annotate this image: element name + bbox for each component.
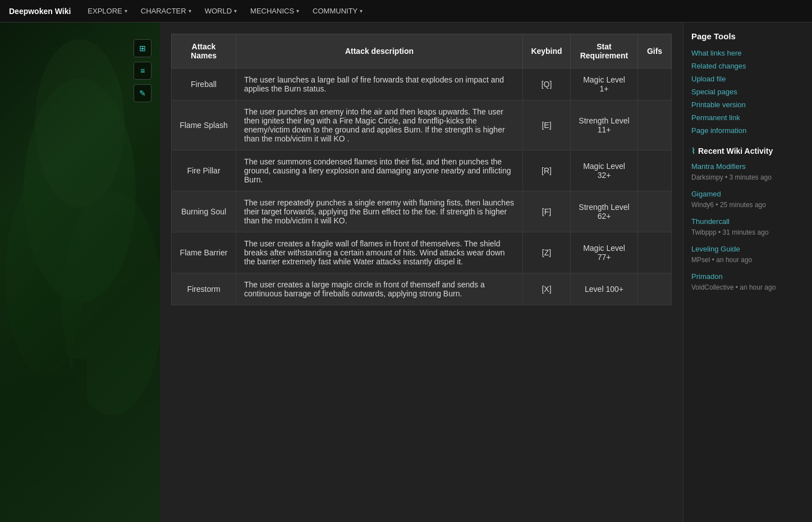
activity-meta: Windy6 • 25 minutes ago [691,201,766,209]
activity-link[interactable]: Thundercall [691,217,804,226]
nav-item-community[interactable]: COMMUNITY ▾ [307,4,368,17]
recent-activity-title: ⌇ Recent Wiki Activity [691,146,804,155]
activity-item: Primadon VoidCollective • an hour ago [691,272,804,292]
page-tools-title: Page Tools [691,31,804,41]
activity-meta: Darksimpy • 3 minutes ago [691,173,772,181]
activity-icon: ⌇ [691,146,695,155]
cell-attack-name: Firestorm [172,273,236,305]
cell-attack-name: Flame Barrier [172,232,236,273]
page-tools-link-item: Related changes [691,61,804,71]
menu-button[interactable]: ≡ [134,62,152,80]
cell-stat-req: Magic Level 77+ [571,232,638,273]
page-tools-link[interactable]: Upload file [691,75,726,83]
th-keybind: Keybind [523,34,571,68]
page-tools-link[interactable]: Page information [691,126,746,135]
activity-link[interactable]: Gigamed [691,190,804,198]
cell-gifs [638,232,672,273]
activity-link[interactable]: Primadon [691,272,804,281]
table-row: Burning Soul The user repeatedly punches… [172,191,672,232]
top-navigation: Deepwoken Wiki EXPLORE ▾CHARACTER ▾WORLD… [0,0,812,22]
activity-link[interactable]: Mantra Modifiers [691,162,804,171]
cell-gifs [638,100,672,150]
cell-attack-desc: The user creates a fragile wall of flame… [236,232,523,273]
activity-list: Mantra Modifiers Darksimpy • 3 minutes a… [691,162,804,292]
cell-keybind: [E] [523,100,571,150]
cell-attack-desc: The user launches a large ball of fire f… [236,68,523,100]
nav-item-explore[interactable]: EXPLORE ▾ [82,4,132,17]
page-tools-link[interactable]: Printable version [691,100,746,109]
table-row: Firestorm The user creates a large magic… [172,273,672,305]
cell-keybind: [Q] [523,68,571,100]
activity-item: Leveling Guide MPsel • an hour ago [691,245,804,264]
table-body: Fireball The user launches a large ball … [172,68,672,305]
cell-gifs [638,273,672,305]
cell-attack-name: Fire Pillar [172,150,236,191]
chevron-down-icon: ▾ [296,8,299,14]
right-sidebar: Page Tools What links hereRelated change… [683,22,812,522]
page-tools-link[interactable]: Special pages [691,88,737,96]
cell-stat-req: Magic Level 32+ [571,150,638,191]
svg-point-5 [35,39,125,208]
cell-keybind: [X] [523,273,571,305]
activity-item: Mantra Modifiers Darksimpy • 3 minutes a… [691,162,804,182]
cell-keybind: [F] [523,191,571,232]
cell-attack-desc: The user summons condensed flames into t… [236,150,523,191]
activity-item: Thundercall Twibppp • 31 minutes ago [691,217,804,237]
activity-meta: VoidCollective • an hour ago [691,283,776,291]
cell-attack-name: Burning Soul [172,191,236,232]
cell-stat-req: Strength Level 62+ [571,191,638,232]
page-tools-links: What links hereRelated changesUpload fil… [691,48,804,135]
cell-attack-desc: The user punches an enemy into the air a… [236,100,523,150]
page-tools-link-item: Upload file [691,74,804,84]
page-tools-link[interactable]: What links here [691,49,742,57]
page-tools-link[interactable]: Permanent link [691,113,740,122]
activity-link[interactable]: Leveling Guide [691,245,804,253]
page-tools-link-item: Page information [691,125,804,135]
cell-stat-req: Magic Level 1+ [571,68,638,100]
nav-menu: EXPLORE ▾CHARACTER ▾WORLD ▾MECHANICS ▾CO… [82,4,368,17]
svg-rect-4 [73,359,87,522]
site-logo[interactable]: Deepwoken Wiki [9,7,71,16]
cell-gifs [638,150,672,191]
chevron-down-icon: ▾ [360,8,363,14]
nav-item-world[interactable]: WORLD ▾ [199,4,242,17]
cell-keybind: [Z] [523,232,571,273]
cell-stat-req: Level 100+ [571,273,638,305]
cell-stat-req: Strength Level 11+ [571,100,638,150]
th-gifs: Gifs [638,34,672,68]
page-tools-link-item: Special pages [691,86,804,97]
chevron-down-icon: ▾ [125,8,127,14]
page-wrapper: ⊞ ≡ ✎ Attack Names Attack description Ke… [0,22,812,522]
page-tools-link-item: What links here [691,48,804,58]
expand-button[interactable]: ⊞ [134,39,152,57]
cell-attack-name: Flame Splash [172,100,236,150]
activity-meta: Twibppp • 31 minutes ago [691,228,769,236]
chevron-down-icon: ▾ [234,8,237,14]
table-row: Flame Splash The user punches an enemy i… [172,100,672,150]
table-row: Flame Barrier The user creates a fragile… [172,232,672,273]
page-tools-link-item: Printable version [691,99,804,109]
table-row: Fire Pillar The user summons condensed f… [172,150,672,191]
cell-attack-name: Fireball [172,68,236,100]
cell-gifs [638,68,672,100]
main-content: Attack Names Attack description Keybind … [160,22,683,522]
page-tools-link[interactable]: Related changes [691,62,746,70]
cell-attack-desc: The user creates a large magic circle in… [236,273,523,305]
activity-meta: MPsel • an hour ago [691,256,752,264]
th-attack-names: Attack Names [172,34,236,68]
cell-attack-desc: The user repeatedly punches a single ene… [236,191,523,232]
th-attack-desc: Attack description [236,34,523,68]
chevron-down-icon: ▾ [189,8,191,14]
left-sidebar: ⊞ ≡ ✎ [0,22,160,522]
nav-item-mechanics[interactable]: MECHANICS ▾ [245,4,305,17]
activity-item: Gigamed Windy6 • 25 minutes ago [691,190,804,209]
table-header-row: Attack Names Attack description Keybind … [172,34,672,68]
nav-item-character[interactable]: CHARACTER ▾ [135,4,197,17]
cell-keybind: [R] [523,150,571,191]
table-row: Fireball The user launches a large ball … [172,68,672,100]
sidebar-tools: ⊞ ≡ ✎ [134,39,152,102]
edit-button[interactable]: ✎ [134,84,152,102]
th-stat-req: Stat Requirement [571,34,638,68]
attack-table: Attack Names Attack description Keybind … [171,34,672,305]
cell-gifs [638,191,672,232]
